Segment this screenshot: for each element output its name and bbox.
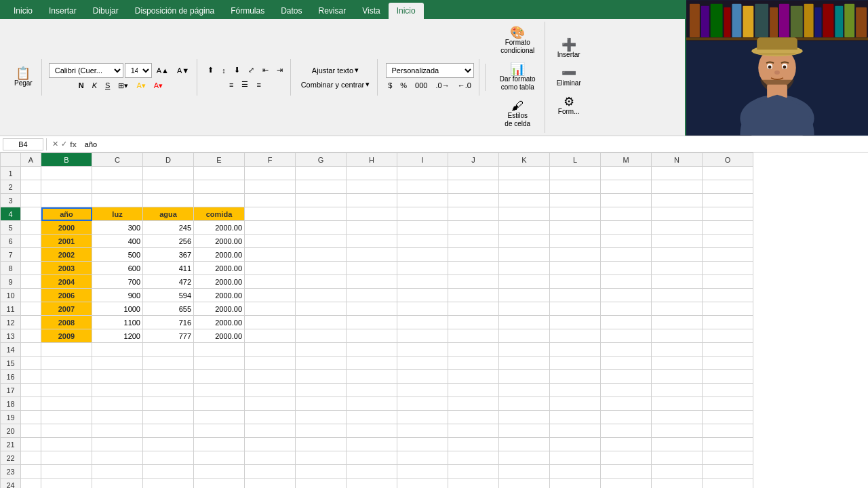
- cell-C3[interactable]: [92, 194, 143, 207]
- cell-M5[interactable]: [601, 221, 652, 235]
- cell-O22[interactable]: [703, 451, 753, 465]
- cell-A15[interactable]: [21, 357, 41, 370]
- cell-D1[interactable]: [143, 167, 194, 180]
- cell-D22[interactable]: [143, 451, 194, 465]
- cell-I9[interactable]: [397, 275, 448, 289]
- cell-L18[interactable]: [550, 397, 601, 411]
- cell-B15[interactable]: [41, 357, 92, 370]
- cell-A8[interactable]: [21, 262, 41, 275]
- cell-N24[interactable]: [652, 479, 703, 489]
- cell-N1[interactable]: [652, 167, 703, 180]
- cell-B5[interactable]: 2000: [41, 221, 92, 235]
- cell-F21[interactable]: [245, 438, 296, 451]
- cell-O21[interactable]: [703, 438, 753, 451]
- cell-M17[interactable]: [601, 384, 652, 397]
- cell-B22[interactable]: [41, 451, 92, 465]
- cell-K8[interactable]: [499, 262, 550, 275]
- cell-A6[interactable]: [21, 235, 41, 248]
- cell-K7[interactable]: [499, 248, 550, 262]
- cell-E16[interactable]: [194, 370, 245, 384]
- cell-F14[interactable]: [245, 343, 296, 357]
- cell-D14[interactable]: [143, 343, 194, 357]
- cell-I12[interactable]: [397, 316, 448, 329]
- cell-A17[interactable]: [21, 384, 41, 397]
- cell-M7[interactable]: [601, 248, 652, 262]
- tab-disposicion[interactable]: Disposición de página: [127, 3, 222, 19]
- cell-D13[interactable]: 777: [143, 329, 194, 343]
- col-header-E[interactable]: E: [194, 153, 245, 167]
- cell-G17[interactable]: [296, 384, 347, 397]
- cell-L16[interactable]: [550, 370, 601, 384]
- cancel-formula-icon[interactable]: ✕: [52, 140, 58, 148]
- cell-A1[interactable]: [21, 167, 41, 180]
- tab-datos[interactable]: Datos: [273, 3, 310, 19]
- cell-N18[interactable]: [652, 397, 703, 411]
- cell-D4[interactable]: agua: [143, 207, 194, 221]
- cell-E24[interactable]: [194, 479, 245, 489]
- row-header-17[interactable]: 17: [1, 384, 21, 397]
- cell-A11[interactable]: [21, 302, 41, 316]
- row-header-24[interactable]: 24: [1, 479, 21, 489]
- cell-B17[interactable]: [41, 384, 92, 397]
- cell-N3[interactable]: [652, 194, 703, 207]
- underline-button[interactable]: S: [102, 79, 113, 92]
- cell-B24[interactable]: [41, 479, 92, 489]
- increase-font-btn[interactable]: A▲: [153, 64, 172, 77]
- cell-M6[interactable]: [601, 235, 652, 248]
- cell-G13[interactable]: [296, 329, 347, 343]
- cell-M2[interactable]: [601, 180, 652, 194]
- cell-D3[interactable]: [143, 194, 194, 207]
- cell-F13[interactable]: [245, 329, 296, 343]
- cell-L20[interactable]: [550, 424, 601, 438]
- cell-M15[interactable]: [601, 357, 652, 370]
- conditional-format-btn[interactable]: 🎨 Formatocondicional: [496, 23, 539, 58]
- cell-F9[interactable]: [245, 275, 296, 289]
- cell-A4[interactable]: [21, 207, 41, 221]
- fill-color-btn[interactable]: A▾: [133, 79, 149, 92]
- cell-K16[interactable]: [499, 370, 550, 384]
- cell-I4[interactable]: [397, 207, 448, 221]
- row-header-19[interactable]: 19: [1, 411, 21, 424]
- cell-E2[interactable]: [194, 180, 245, 194]
- tab-dibujar[interactable]: Dibujar: [85, 3, 127, 19]
- cell-L1[interactable]: [550, 167, 601, 180]
- cell-D12[interactable]: 716: [143, 316, 194, 329]
- row-header-16[interactable]: 16: [1, 370, 21, 384]
- cell-B19[interactable]: [41, 411, 92, 424]
- cell-E21[interactable]: [194, 438, 245, 451]
- cell-A7[interactable]: [21, 248, 41, 262]
- cell-B16[interactable]: [41, 370, 92, 384]
- cell-I19[interactable]: [397, 411, 448, 424]
- cell-K13[interactable]: [499, 329, 550, 343]
- cell-H8[interactable]: [347, 262, 397, 275]
- cell-M19[interactable]: [601, 411, 652, 424]
- cell-B14[interactable]: [41, 343, 92, 357]
- cell-K2[interactable]: [499, 180, 550, 194]
- table-format-btn[interactable]: 📊 Dar formatocomo tabla: [495, 60, 540, 95]
- cell-D18[interactable]: [143, 397, 194, 411]
- cell-I3[interactable]: [397, 194, 448, 207]
- align-left-btn[interactable]: ≡: [226, 79, 237, 91]
- cell-F22[interactable]: [245, 451, 296, 465]
- cell-K24[interactable]: [499, 479, 550, 489]
- cell-F20[interactable]: [245, 424, 296, 438]
- cell-H12[interactable]: [347, 316, 397, 329]
- row-header-20[interactable]: 20: [1, 424, 21, 438]
- cell-G16[interactable]: [296, 370, 347, 384]
- cell-K18[interactable]: [499, 397, 550, 411]
- cell-B20[interactable]: [41, 424, 92, 438]
- tab-formulas[interactable]: Fórmulas: [222, 3, 273, 19]
- cell-O14[interactable]: [703, 343, 753, 357]
- cell-C5[interactable]: 300: [92, 221, 143, 235]
- cell-N8[interactable]: [652, 262, 703, 275]
- cell-C16[interactable]: [92, 370, 143, 384]
- confirm-formula-icon[interactable]: ✓: [61, 140, 67, 148]
- row-header-4[interactable]: 4: [1, 207, 21, 221]
- row-header-9[interactable]: 9: [1, 275, 21, 289]
- cell-M24[interactable]: [601, 479, 652, 489]
- cell-J1[interactable]: [448, 167, 499, 180]
- cell-I13[interactable]: [397, 329, 448, 343]
- cell-E15[interactable]: [194, 357, 245, 370]
- cell-D2[interactable]: [143, 180, 194, 194]
- cell-O1[interactable]: [703, 167, 753, 180]
